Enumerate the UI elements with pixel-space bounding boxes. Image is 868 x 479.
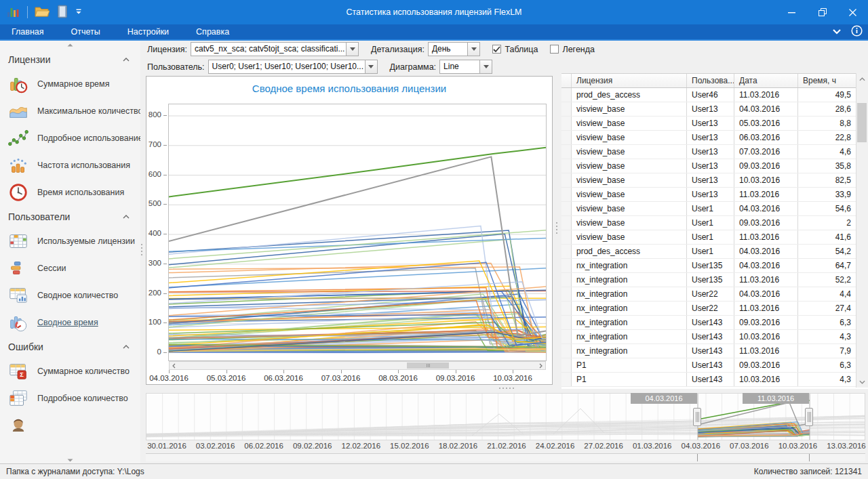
cell-user: User143	[687, 373, 734, 386]
table-row[interactable]: prod_des_accessUser4611.03.201649,5	[561, 88, 856, 102]
sidebar-item-label: Максимальное количество	[37, 106, 140, 116]
table-header[interactable]: ЛицензияПользова...ДатаВремя, ч	[561, 73, 856, 88]
chart-table-splitter[interactable]	[556, 222, 557, 234]
sidebar-item[interactable]: Максимальное количество	[0, 98, 140, 125]
license-dropdown-arrow-icon[interactable]	[346, 43, 358, 56]
diagram-dropdown-arrow-icon[interactable]	[479, 60, 492, 73]
timeline-axis-label: 10.03.2016	[778, 442, 818, 450]
range-end-handle[interactable]	[805, 408, 813, 426]
sidebar-item[interactable]: Используемые лицензии	[0, 228, 140, 255]
sidebar-item[interactable]: Сводное количество	[0, 282, 140, 309]
table-checkbox[interactable]: Таблица	[492, 45, 538, 54]
sidebar-item[interactable]: ΣСуммарное количество	[0, 358, 140, 385]
range-start-handle[interactable]	[693, 408, 701, 426]
table-row[interactable]: P1User14310.03.20164,3	[561, 373, 856, 387]
cell-date: 10.03.2016	[734, 373, 798, 386]
log-archive-icon[interactable]	[56, 5, 68, 20]
row-indicator	[561, 173, 572, 187]
table-row[interactable]: prod_des_accessUser104.03.201654,2	[561, 245, 856, 259]
scroll-right-icon[interactable]	[536, 362, 545, 369]
sidebar-section-header[interactable]: Лицензии	[0, 49, 140, 70]
table-row[interactable]: nx_integrationUser13511.03.201652,2	[561, 273, 856, 287]
cell-user: User135	[687, 259, 734, 272]
user-dropdown-arrow-icon[interactable]	[365, 60, 377, 73]
sidebar-item[interactable]: Подробное использование	[0, 125, 140, 152]
sidebar-splitter[interactable]	[141, 244, 142, 255]
table-header-indicator[interactable]	[561, 74, 572, 87]
table-row[interactable]: visview_baseUser1306.03.201622,8	[561, 131, 856, 145]
table-column-header[interactable]: Пользова...	[687, 74, 734, 87]
menu-item[interactable]: Настройки	[117, 24, 179, 39]
chart-horizontal-scrollbar[interactable]	[169, 361, 546, 370]
chart-resize-grip[interactable]	[499, 388, 514, 389]
sidebar-item[interactable]: Подробное количество	[0, 385, 140, 412]
table-row[interactable]: visview_baseUser1304.03.201628,6	[561, 102, 856, 117]
table-row[interactable]: nx_integrationUser14310.03.20164,3	[561, 330, 856, 344]
collapse-ribbon-icon[interactable]	[832, 27, 842, 37]
sidebar-scroll-down-icon[interactable]	[0, 459, 140, 462]
row-indicator	[561, 230, 572, 244]
sidebar-item[interactable]	[0, 412, 140, 439]
cell-license: nx_integration	[572, 316, 687, 329]
table-row[interactable]: nx_integrationUser14309.03.20166,3	[561, 316, 856, 330]
sidebar-section-header[interactable]: Пользователи	[0, 206, 140, 228]
y-axis-tick	[163, 145, 167, 146]
sidebar-item[interactable]: Сводное время	[0, 309, 140, 336]
diagram-combobox[interactable]: Line	[439, 60, 492, 74]
table-row[interactable]: visview_baseUser111.03.201641,6	[561, 230, 856, 245]
cell-user: User13	[687, 131, 734, 144]
menu-item[interactable]: Главная	[1, 24, 54, 39]
user-combobox[interactable]: User0; User1; User10; User100; User10...	[208, 60, 378, 74]
scroll-left-icon[interactable]	[170, 362, 178, 369]
cell-hours: 33,9	[798, 188, 856, 201]
table-row[interactable]: nx_integrationUser2211.03.201627,4	[561, 301, 856, 316]
minimize-button[interactable]	[776, 0, 807, 24]
table-row[interactable]: visview_baseUser1311.03.201633,9	[561, 188, 856, 202]
legend-checkbox[interactable]: Легенда	[550, 45, 595, 54]
license-combobox[interactable]: catv5_nx_sca; catv5tojt_sca; classificat…	[191, 42, 359, 56]
legend-checkbox-label: Легенда	[562, 45, 595, 54]
timeline-selection-strip[interactable]	[146, 453, 865, 461]
timeline-panel: 04.03.2016 11.03.2016 30.01.201603.02.20…	[146, 393, 865, 461]
table-row[interactable]: visview_baseUser1310.03.201682,5	[561, 173, 856, 188]
table-checkbox-box[interactable]	[492, 45, 501, 54]
y-axis-label: 500	[149, 199, 161, 207]
menu-item[interactable]: Отчеты	[61, 24, 111, 39]
table-row[interactable]: visview_baseUser1305.03.20168,8	[561, 117, 856, 131]
table-row[interactable]: visview_baseUser1309.03.201635,8	[561, 159, 856, 173]
diagram-filter-label: Диаграмма:	[390, 62, 436, 72]
table-row[interactable]: P1User14309.03.20166,3	[561, 358, 856, 373]
sidebar-scroll-up-icon[interactable]	[0, 41, 140, 49]
table-column-header[interactable]: Лицензия	[572, 74, 687, 87]
sidebar-section-header[interactable]: Ошибки	[0, 336, 140, 358]
table-row[interactable]: nx_integrationUser2204.03.20164,4	[561, 287, 856, 301]
scroll-up-icon[interactable]	[856, 73, 867, 85]
detail-dropdown-arrow-icon[interactable]	[467, 43, 479, 56]
table-row[interactable]: visview_baseUser104.03.201654,6	[561, 202, 856, 216]
range-end-label: 11.03.2016	[743, 393, 809, 404]
chart-plot[interactable]	[168, 104, 547, 361]
table-scrollbar-thumb[interactable]	[857, 103, 867, 142]
close-button[interactable]	[837, 0, 868, 24]
sidebar-item[interactable]: Суммарное время	[0, 70, 140, 98]
detail-combobox[interactable]: День	[428, 42, 481, 56]
quick-access-arrow-icon[interactable]	[75, 7, 82, 17]
restore-button[interactable]	[807, 0, 837, 24]
table-column-header[interactable]: Время, ч	[798, 74, 856, 87]
table-row[interactable]: nx_integrationUser14311.03.20167,9	[561, 344, 856, 358]
menu-item[interactable]: Справка	[186, 24, 239, 39]
detail-filter-label: Детализация:	[371, 45, 425, 54]
sidebar-item[interactable]: Время использования	[0, 179, 140, 206]
info-icon[interactable]	[851, 25, 863, 39]
legend-checkbox-box[interactable]	[550, 45, 559, 54]
scroll-down-icon[interactable]	[856, 376, 867, 388]
sidebar-item[interactable]: Сессии	[0, 255, 140, 282]
table-row[interactable]: visview_baseUser109.03.20162	[561, 216, 856, 230]
sidebar-item[interactable]: Частота использования	[0, 152, 140, 179]
table-column-header[interactable]: Дата	[734, 74, 798, 87]
open-folder-icon[interactable]	[35, 5, 50, 20]
table-row[interactable]: nx_integrationUser13504.03.201664,7	[561, 259, 856, 273]
table-row[interactable]: visview_baseUser1307.03.20164,6	[561, 145, 856, 159]
table-vertical-scrollbar[interactable]	[856, 73, 868, 388]
chart-scrollbar-thumb[interactable]	[407, 362, 449, 369]
